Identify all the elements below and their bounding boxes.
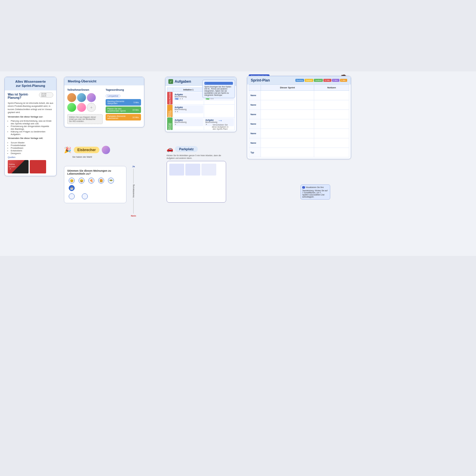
aufgaben-cell-m2[interactable] (204, 105, 235, 118)
sprint-th-notes: Notizen (314, 85, 349, 91)
parkplatz-box[interactable] (167, 161, 226, 203)
task-l1: Aufgabe Beschreibung ★ (174, 118, 203, 126)
aufgaben-cell-m1[interactable]: Aufgabe Beschreibung ★ ★ (173, 105, 204, 118)
likert-circle-4[interactable]: 🍔 (98, 178, 104, 184)
agenda-item-1: Backlog-Elemente überprüfen 5 Min. (106, 99, 141, 106)
sprint-sprint-3[interactable] (261, 110, 314, 119)
aufgaben-cell-h1[interactable]: Aufgabe Beschreibung tag ★ ★ (173, 92, 204, 105)
likert-circle-7[interactable] (69, 193, 75, 199)
wissen-subtitle: Was ist Sprint-Planung? (8, 93, 39, 99)
sprint-header: Sprint-Plan Backlog Geplant Laufend 12 M… (247, 76, 351, 84)
wissen-image-2 (30, 160, 46, 173)
avatar-2 (77, 93, 86, 102)
sprint-row-6: Name (249, 138, 349, 148)
likert-grid: 😊 😄 🍕 🍔 🥗 ☕ (67, 178, 123, 192)
sprint-sprint-4[interactable] (261, 119, 314, 129)
avatar-4 (67, 103, 76, 112)
abstimmung-title: Stimmen Sie diesen Meinungen zu Lebensmi… (67, 169, 123, 175)
sprint-tip: i Visualisieren Sie Ihre Teamleistung. K… (300, 184, 330, 200)
wissen-sources[interactable]: Quellen (8, 156, 53, 159)
likert-circle-1[interactable]: 😊 (69, 178, 75, 184)
likert-circle-6[interactable]: ☕ (69, 185, 75, 191)
likert-circle-8[interactable] (82, 193, 88, 199)
parkplatz-card: 🚗 Parkplatz Klicken Sie für Aktivitäten … (167, 146, 226, 203)
aufgaben-cell-l1[interactable]: Aufgabe Beschreibung ★ (173, 118, 204, 130)
sprint-name-4: Name (249, 119, 261, 129)
wissen-timer[interactable]: 20:00 min/h (39, 92, 53, 98)
legend-sprint-check: 12 Min. (323, 79, 332, 82)
avatar-5 (77, 103, 86, 112)
sprint-table: Dieser Sprint Notizen Name Name Name (249, 84, 349, 157)
sprint-sprint-7[interactable] (261, 148, 314, 157)
sprint-notes-2[interactable] (314, 100, 349, 110)
lernpartner-label[interactable]: Lernpartner (106, 93, 141, 99)
wissen-card: Alles Wissenswerte zur Sprint-Planung Wa… (4, 77, 57, 176)
wissen-image-1: Gettingto Learn.....it (8, 160, 29, 173)
likert-circle-2[interactable]: 😄 (79, 178, 84, 184)
ja-nein-scale: Ja Vereinbarung Nein (131, 165, 136, 217)
aufgaben-col1: Initiative 1 (173, 88, 204, 92)
priority-label-low: Niedrige Priorität (167, 118, 173, 130)
sprint-th-sprint: Dieser Sprint (261, 85, 314, 91)
sprint-tip-icon: i (302, 186, 305, 189)
car-icon: 🚗 (167, 146, 173, 152)
move-hint-text: Verschieben Sie diese Aufgaben in den Sp… (205, 124, 235, 130)
sprint-hint-text: Sprint-Anzeigen bis Ihre Karten mit Hr.,… (204, 86, 231, 96)
eisbrecher-subtitle: Sie haben die Wahl! (72, 156, 110, 158)
avatar-add[interactable]: + (87, 103, 96, 112)
sprint-notes-6[interactable] (314, 138, 349, 148)
sprint-sprint-6[interactable] (261, 138, 314, 148)
confetti-icon: 🎉 (64, 146, 71, 154)
aufgaben-th-empty (167, 88, 173, 92)
legend-laufend: Laufend (314, 79, 323, 82)
meeting-card: Meeting-Übersicht Teilnehmer/innen + Wäh… (64, 77, 144, 127)
sprint-row-4: Name (249, 119, 349, 129)
sprint-name-2: Name (249, 100, 261, 110)
sprint-sprint-1[interactable] (261, 91, 314, 100)
aufgaben-row-2: Mittlere Priorität Aufgabe Beschreibung … (167, 105, 235, 118)
sprint-row-2: Name (249, 100, 349, 110)
nein-label: Nein (131, 214, 136, 217)
sprint-sprint-5[interactable] (261, 129, 314, 138)
sprint-notes-7[interactable] (314, 148, 349, 157)
wissen-usewith-list: Scrum Master Produktinhaber Produktteam … (8, 141, 53, 155)
check-icon: ✓ (168, 79, 173, 84)
avatar-grid: + (67, 93, 103, 112)
sprint-notes-3[interactable] (314, 110, 349, 119)
abstimmung-box: Stimmen Sie diesen Meinungen zu Lebensmi… (64, 166, 126, 203)
eisbrecher-title: Eisbrecher (74, 147, 99, 153)
priority-label-med: Mittlere Priorität (167, 105, 173, 117)
parkplatz-title: Parkplatz (175, 146, 198, 152)
likert-circle-3[interactable]: 🍕 (88, 178, 94, 184)
wissen-usefor-label: Verwenden Sie diese Vorlage zur: (8, 115, 53, 119)
wissen-images: Gettingto Learn.....it (8, 160, 53, 173)
priority-label-high: Hohe Priorität (167, 92, 173, 104)
legend-1min: 1 Min. (340, 79, 347, 82)
sticky-1 (169, 164, 184, 176)
meeting-header: Meeting-Übersicht (64, 77, 144, 85)
sprint-row-3: Name (249, 110, 349, 119)
sprint-name-7: Typ (249, 148, 261, 157)
eisbrecher-section: 🎉 Eisbrecher Sie haben die Wahl! (64, 146, 110, 160)
move-hint: → Verschieben Sie diese Aufgaben in den … (205, 118, 235, 130)
sprint-notes-1[interactable] (314, 91, 349, 100)
likert-2: 😄 (77, 178, 86, 184)
wissen-description: Sprint-Planung ist ist informelle Arbeit… (8, 102, 53, 114)
sprint-notes-5[interactable] (314, 129, 349, 138)
sprint-notes-4[interactable] (314, 119, 349, 129)
teilnehmer-title: Teilnehmer/innen (67, 88, 103, 91)
teilnehmer-section: Teilnehmer/innen + Wählen Sie aus Klappe… (67, 88, 103, 124)
likert-5: 🥗 (107, 178, 115, 184)
parkplatz-header: 🚗 Parkplatz (167, 146, 226, 152)
likert-circle-5[interactable]: 🥗 (108, 178, 114, 184)
sprint-legend: Backlog Geplant Laufend 12 Min. 5 Min. 1… (295, 79, 347, 82)
sprint-tip-text: Visualisieren Sie Ihre Teamleistung. Kli… (302, 186, 328, 198)
wissen-usewith-label: Verwenden Sie diese Vorlage mit: (8, 137, 53, 140)
priority-cell-med: Mittlere Priorität (167, 105, 173, 118)
sprint-name-5: Name (249, 129, 261, 138)
sprint-sprint-2[interactable] (261, 100, 314, 110)
sprint-name-3: Name (249, 110, 261, 119)
task-h1: Aufgabe Beschreibung tag ★ ★ (174, 93, 203, 101)
wissen-title: Alles Wissenswerte zur Sprint-Planung (15, 80, 46, 87)
legend-backlog: Backlog (295, 79, 304, 82)
